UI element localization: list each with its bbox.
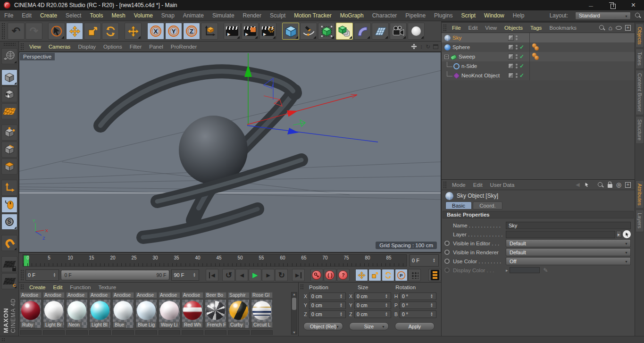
spline-pen-button[interactable] xyxy=(300,23,317,40)
viewport-grip[interactable] xyxy=(20,43,25,50)
transport-grip[interactable] xyxy=(20,269,25,281)
attribute-grip[interactable] xyxy=(443,181,447,188)
material-thumbnail[interactable]: Light Bl xyxy=(89,299,111,328)
menu-item[interactable]: Mesh xyxy=(107,12,129,19)
key-scale-toggle[interactable] xyxy=(368,269,381,281)
zoom-view-icon[interactable]: ↕ xyxy=(420,43,423,50)
texture-mode-button[interactable] xyxy=(1,86,17,102)
search-icon[interactable] xyxy=(597,182,604,188)
workplane-lock-button[interactable] xyxy=(1,256,17,272)
position-field[interactable]: 0 cm▲▼ xyxy=(309,293,346,300)
close-button[interactable] xyxy=(623,0,644,10)
lock-x-axis-button[interactable]: X xyxy=(147,23,164,40)
live-selection-button[interactable] xyxy=(48,23,65,40)
layer-pick-button[interactable] xyxy=(623,230,631,238)
material-thumbnail[interactable]: French F xyxy=(205,299,226,328)
layer-square[interactable] xyxy=(508,44,514,50)
keyframe-selection-button[interactable]: ? xyxy=(337,269,350,281)
viewport-filter-button[interactable] xyxy=(1,197,17,213)
section-header[interactable]: Basic Properties xyxy=(443,211,634,218)
coordinate-mode-select[interactable]: Object (Rel) xyxy=(303,322,343,330)
next-key-button[interactable] xyxy=(275,269,288,281)
object-menu-item[interactable]: Objects xyxy=(501,25,527,31)
object-menu-item[interactable]: View xyxy=(481,25,501,31)
enabled-check-icon[interactable] xyxy=(519,72,525,79)
render-settings-button[interactable] xyxy=(259,23,276,40)
record-keyframe-button[interactable] xyxy=(310,269,323,281)
menu-item[interactable]: Motion Tracker xyxy=(290,12,335,19)
workplane-mode-button[interactable] xyxy=(1,103,17,119)
material-item[interactable]: Rose Gl Circuit L xyxy=(251,292,273,328)
menu-item[interactable]: Pipeline xyxy=(401,12,430,19)
add-panel-icon[interactable]: + xyxy=(625,182,631,188)
material-item[interactable]: Anodise Light Bl xyxy=(89,292,111,328)
object-row[interactable]: Sweep xyxy=(442,52,635,61)
panel-tab[interactable]: Structure xyxy=(636,116,644,144)
tag-icon[interactable] xyxy=(535,46,539,50)
previous-frame-button[interactable] xyxy=(235,269,248,281)
scale-tool-button[interactable] xyxy=(84,23,101,40)
material-item[interactable]: Sapphir Curby xyxy=(228,292,250,328)
position-field[interactable]: 0 cm▲▼ xyxy=(309,301,346,309)
lock-z-axis-button[interactable]: Z xyxy=(183,23,200,40)
sweep-generator-button[interactable] xyxy=(336,23,353,40)
size-field[interactable]: 0 cm▲▼ xyxy=(354,310,391,318)
menu-item[interactable]: Select xyxy=(61,12,85,19)
model-mode-button[interactable] xyxy=(1,69,17,85)
edges-mode-button[interactable] xyxy=(1,142,17,158)
history-back-icon[interactable]: ◀ xyxy=(576,182,579,188)
play-button[interactable] xyxy=(249,269,261,281)
material-thumbnail[interactable]: Wavy Li xyxy=(159,299,180,328)
camera-button[interactable] xyxy=(390,23,407,40)
layer-field[interactable] xyxy=(506,231,615,238)
texture-tags[interactable] xyxy=(532,53,542,60)
viewport-menu-item[interactable]: Display xyxy=(74,44,100,50)
pan-view-icon[interactable] xyxy=(411,43,417,50)
attribute-tab[interactable]: Basic xyxy=(445,201,472,209)
layer-menu-button[interactable] xyxy=(616,231,621,238)
current-frame-field[interactable]: 0 F▲▼ xyxy=(25,269,59,281)
visibility-dots[interactable] xyxy=(516,45,518,50)
axis-mode-button[interactable] xyxy=(1,180,17,196)
menu-item[interactable]: Tools xyxy=(85,12,107,19)
position-field[interactable]: 0 cm▲▼ xyxy=(309,310,346,318)
solo-mode-button[interactable]: S xyxy=(1,214,17,230)
object-menu-item[interactable]: File xyxy=(448,25,465,31)
material-menu-item[interactable]: Texture xyxy=(94,284,120,290)
animation-dot[interactable] xyxy=(444,241,450,246)
object-manager-grip[interactable] xyxy=(443,24,447,31)
key-pla-toggle[interactable] xyxy=(408,269,421,281)
material-item[interactable]: Anodise Wavy Li xyxy=(159,292,180,328)
undo-button[interactable]: ↶ xyxy=(8,23,25,40)
menu-item[interactable]: Help xyxy=(509,12,529,19)
frame-spinner-top[interactable]: 0 F▲▼ xyxy=(410,254,439,267)
subdivision-surface-button[interactable] xyxy=(318,23,335,40)
attribute-menu-item[interactable]: Mode xyxy=(448,182,469,188)
rotate-tool-button[interactable] xyxy=(102,23,119,40)
rotate-view-icon[interactable]: ↻ xyxy=(426,43,430,50)
material-menu-item[interactable]: Function xyxy=(66,284,94,290)
menu-item[interactable]: Edit xyxy=(17,12,36,19)
add-primitive-button[interactable] xyxy=(282,23,299,40)
material-item[interactable]: Anodise Blue xyxy=(112,292,134,328)
size-mode-select[interactable]: Size xyxy=(349,322,389,330)
attribute-tab[interactable]: Coord. xyxy=(473,201,502,209)
size-field[interactable]: 0 cm▲▼ xyxy=(354,301,391,309)
display-color-swatch[interactable] xyxy=(510,267,540,273)
material-grip[interactable] xyxy=(20,284,25,290)
maximize-button[interactable] xyxy=(602,0,623,10)
menu-item[interactable]: Plugins xyxy=(430,12,457,19)
material-item[interactable]: Anodise Red Wh xyxy=(182,292,203,328)
visible-editor-select[interactable]: Default xyxy=(506,239,631,247)
object-row[interactable]: n-Side xyxy=(442,61,635,71)
viewport-menu-item[interactable]: Filter xyxy=(126,44,146,50)
layer-square[interactable] xyxy=(508,54,514,59)
toggle-panels-icon[interactable] xyxy=(433,44,438,49)
menu-item[interactable]: Render xyxy=(239,12,266,19)
object-name[interactable]: n-Side xyxy=(461,63,477,69)
panel-tab[interactable]: Content Browser xyxy=(636,70,644,115)
enabled-check-icon[interactable] xyxy=(519,63,525,69)
previous-key-button[interactable] xyxy=(222,269,235,281)
material-item[interactable]: Beer Bo French F xyxy=(205,292,226,328)
layout-select[interactable]: Standard xyxy=(575,12,631,20)
